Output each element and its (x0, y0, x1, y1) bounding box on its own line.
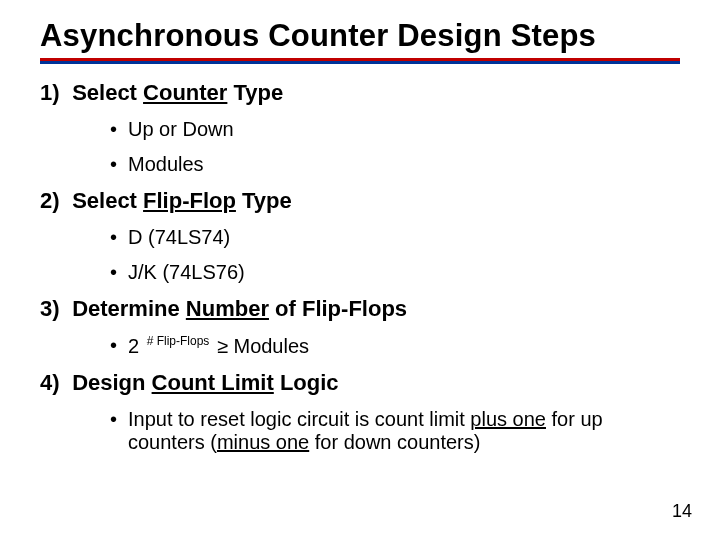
title-underline (40, 58, 680, 64)
step-heading: 3) Determine Number of Flip-Flops (40, 296, 680, 322)
step-2: 2) Select Flip-Flop Type D (74LS74) J/K … (40, 188, 680, 284)
step-bullets: 2 # Flip-Flops ≥ Modules (40, 334, 680, 358)
bullet: D (74LS74) (110, 226, 680, 249)
step-label-pre: Select (72, 188, 143, 213)
step-heading: 1) Select Counter Type (40, 80, 680, 106)
step-label-post: of Flip-Flops (269, 296, 407, 321)
step-bullets: Input to reset logic circuit is count li… (40, 408, 680, 454)
step-number: 3) (40, 296, 66, 322)
step-label-under: Flip-Flop (143, 188, 236, 213)
slide: Asynchronous Counter Design Steps 1) Sel… (0, 0, 720, 540)
bullet: J/K (74LS76) (110, 261, 680, 284)
bullet: 2 # Flip-Flops ≥ Modules (110, 334, 680, 358)
step-number: 1) (40, 80, 66, 106)
step-label-pre: Select (72, 80, 143, 105)
step-heading: 4) Design Count Limit Logic (40, 370, 680, 396)
bullet: Up or Down (110, 118, 680, 141)
step-4: 4) Design Count Limit Logic Input to res… (40, 370, 680, 454)
step-number: 4) (40, 370, 66, 396)
step-label-pre: Determine (72, 296, 186, 321)
step-label-post: Type (227, 80, 283, 105)
page-number: 14 (672, 501, 692, 522)
step-heading: 2) Select Flip-Flop Type (40, 188, 680, 214)
step-label-post: Type (236, 188, 292, 213)
step-1: 1) Select Counter Type Up or Down Module… (40, 80, 680, 176)
step-label-under: Counter (143, 80, 227, 105)
steps-list: 1) Select Counter Type Up or Down Module… (40, 80, 680, 454)
step-bullets: Up or Down Modules (40, 118, 680, 176)
slide-title: Asynchronous Counter Design Steps (40, 18, 680, 54)
bullet: Modules (110, 153, 680, 176)
step-3: 3) Determine Number of Flip-Flops 2 # Fl… (40, 296, 680, 358)
step-label-post: Logic (274, 370, 339, 395)
bullet: Input to reset logic circuit is count li… (110, 408, 680, 454)
step-label-pre: Design (72, 370, 151, 395)
step-label-under: Number (186, 296, 269, 321)
step-label-under: Count Limit (152, 370, 274, 395)
step-number: 2) (40, 188, 66, 214)
step-bullets: D (74LS74) J/K (74LS76) (40, 226, 680, 284)
